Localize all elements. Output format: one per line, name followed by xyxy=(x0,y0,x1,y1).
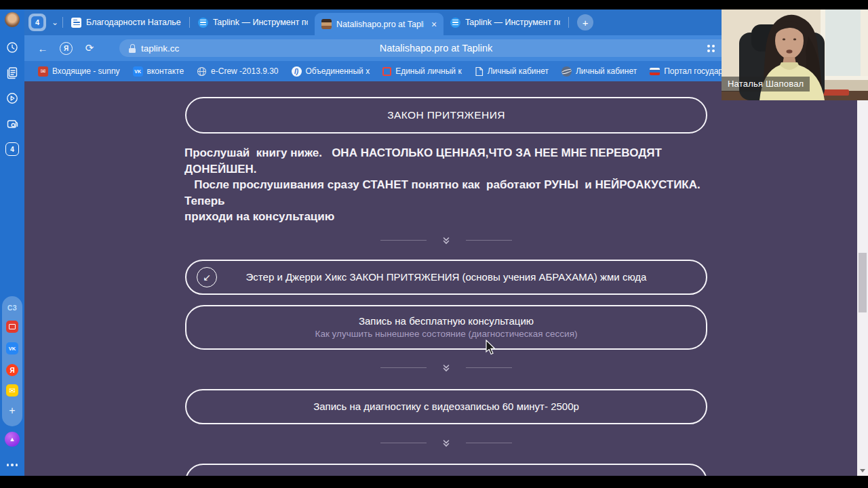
tab-title: Taplink — Инструмент по xyxy=(213,18,308,27)
plus-glyph: + xyxy=(9,405,15,417)
globe-icon xyxy=(197,66,207,77)
link-diagnostic-5000[interactable]: Запись на диагностику предпринимателя в … xyxy=(185,464,707,476)
bookmark-inbox[interactable]: ✉ Входящие - sunny xyxy=(38,66,120,77)
tab-counter-badge: 4 xyxy=(28,14,46,31)
refresh-button[interactable]: ⟳ xyxy=(79,42,100,54)
bookmark-label: Единый личный к xyxy=(395,66,462,76)
bookmark-ediny-lichny[interactable]: Единый личный к xyxy=(382,66,462,76)
profile-avatar[interactable] xyxy=(5,12,20,27)
chevron-down-icon[interactable]: ⌄ xyxy=(49,18,61,27)
bookmark-label: Входящие - sunny xyxy=(52,66,120,76)
bookmark-label: Объединенный х xyxy=(306,66,370,76)
link-label: Запись на бесплатную консультацию xyxy=(359,315,534,327)
arrow-down-left-icon: ↙ xyxy=(197,267,217,287)
scrollbar-thumb[interactable] xyxy=(859,253,867,312)
bookmark-label: Личный кабинет xyxy=(488,66,549,76)
link-audiobook[interactable]: ↙ Эстер и Джерри Хикс ЗАКОН ПРИТЯЖЕНИЯ (… xyxy=(185,260,707,295)
swirl-icon: ſ) xyxy=(292,66,302,77)
bookmark-label: вконтакте xyxy=(147,66,184,76)
browser-sidebar: 4 СЗ VK Я ✉ + xyxy=(0,9,24,476)
header-pill-label: ЗАКОН ПРИТЯЖЕНИЯ xyxy=(387,109,505,121)
bookmark-lichny-kabinet-1[interactable]: Личный кабинет xyxy=(475,66,549,77)
url-text[interactable]: taplink.cc xyxy=(141,43,179,54)
alice-glyph: ▲ xyxy=(9,436,16,443)
webcam-name-label: Наталья Шаповал xyxy=(722,77,810,92)
section-divider xyxy=(185,363,707,373)
tab-count-square-value: 4 xyxy=(10,146,14,153)
bookmark-label: Портал государст xyxy=(664,66,730,76)
section-divider xyxy=(185,439,707,448)
add-service-button[interactable]: + xyxy=(6,405,18,417)
tab-separator xyxy=(568,17,569,28)
close-tab-icon[interactable]: × xyxy=(429,19,437,30)
double-chevron-down-icon xyxy=(441,363,451,373)
link-diagnostic-2500[interactable]: Запись на диагностику с видеозаписью 60 … xyxy=(185,389,707,424)
video-play-icon[interactable] xyxy=(5,92,19,105)
webcam-name: Наталья Шаповал xyxy=(728,79,804,89)
collections-icon[interactable] xyxy=(707,45,715,52)
history-icon[interactable] xyxy=(5,41,19,54)
bookmark-obedinenny[interactable]: ſ) Объединенный х xyxy=(292,66,370,77)
header-pill[interactable]: ЗАКОН ПРИТЯЖЕНИЯ xyxy=(185,97,707,134)
address-bar[interactable]: taplink.cc Natalishapo.pro at Taplink xyxy=(119,39,753,57)
link-free-consultation[interactable]: Запись на бесплатную консультацию Как ул… xyxy=(185,305,707,350)
bookmark-lichny-kabinet-2[interactable]: Личный кабинет xyxy=(561,66,637,77)
doc-favicon xyxy=(71,18,81,28)
letterbox-bottom xyxy=(0,476,868,488)
tab-title: Благодарности Наталье о xyxy=(86,18,181,27)
tab-title: Natalishapo.pro at Tapli xyxy=(336,20,424,29)
double-chevron-down-icon xyxy=(441,236,451,245)
letterbox-top xyxy=(0,0,868,9)
bookmark-vkontakte[interactable]: VK вконтакте xyxy=(133,66,184,77)
red-square-icon xyxy=(382,67,391,76)
yandex-browser-icon[interactable]: Я xyxy=(60,42,73,55)
page-title: Natalishapo.pro at Taplink xyxy=(119,43,753,54)
bookmark-ecrew[interactable]: e-Crew -2013.9.30 xyxy=(197,66,278,77)
bookmark-gosuslugi[interactable]: Портал государст xyxy=(650,66,730,76)
tab-separator xyxy=(189,17,190,28)
tab-taplink-2[interactable]: Taplink — Инструмент по xyxy=(443,9,567,35)
webcam-overlay: Наталья Шаповал xyxy=(722,9,868,100)
screen: 4 СЗ VK Я ✉ + xyxy=(0,0,868,488)
tab-title: Taplink — Инструмент по xyxy=(465,18,560,27)
taplink-favicon xyxy=(450,18,460,28)
tab-count-square[interactable]: 4 xyxy=(5,142,19,156)
lock-icon[interactable] xyxy=(129,44,136,53)
tab-counter[interactable]: 4 ⌄ xyxy=(28,14,61,31)
screenshot-icon[interactable] xyxy=(5,117,19,131)
russian-flag-icon xyxy=(650,68,660,75)
scrollbar[interactable] xyxy=(857,81,868,476)
mail-glyph: ✉ xyxy=(9,386,15,395)
new-tab-button[interactable]: + xyxy=(577,14,593,30)
mail-icon[interactable]: ✉ xyxy=(6,384,18,396)
photo-favicon xyxy=(321,19,332,29)
taplink-page: ЗАКОН ПРИТЯЖЕНИЯ Прослушай книгу ниже. О… xyxy=(24,81,868,476)
tab-taplink-1[interactable]: Taplink — Инструмент по xyxy=(191,9,315,35)
service-sz-label: СЗ xyxy=(7,304,17,312)
scrollbar-down-button[interactable] xyxy=(857,466,868,474)
alice-assistant-icon[interactable]: ▲ xyxy=(5,432,20,447)
feed-icon[interactable] xyxy=(5,66,19,79)
link-label: Запись на диагностику с видеозаписью 60 … xyxy=(313,401,579,412)
tab-blagodarnosti[interactable]: Благодарности Наталье о xyxy=(64,9,188,35)
sidebar-more-button[interactable] xyxy=(5,464,19,466)
yandex-label: Я xyxy=(9,367,14,374)
link-label: Эстер и Джерри Хикс ЗАКОН ПРИТЯЖЕНИЯ (ос… xyxy=(246,271,647,283)
tab-separator xyxy=(62,17,63,28)
back-button[interactable]: ← xyxy=(33,43,53,54)
vk-icon[interactable]: VK xyxy=(6,342,18,354)
tab-natalishapo-active[interactable]: Natalishapo.pro at Tapli × xyxy=(315,13,443,35)
section-divider xyxy=(185,236,707,245)
vk-bookmark-icon: VK xyxy=(133,66,143,77)
intro-text: Прослушай книгу ниже. ОНА НАСТОЛЬКО ЦЕНН… xyxy=(184,145,708,225)
sidebar-services-panel: СЗ VK Я ✉ + xyxy=(2,296,22,426)
bookmark-label: e-Crew -2013.9.30 xyxy=(211,66,278,76)
service-screen-icon[interactable] xyxy=(6,321,18,333)
mouse-cursor xyxy=(486,340,497,359)
document-icon xyxy=(475,66,484,77)
mail-bookmark-icon: ✉ xyxy=(38,66,48,77)
yandex-icon[interactable]: Я xyxy=(6,364,18,376)
link-sublabel: Как улучшить нынешнее состояние (диагнос… xyxy=(315,329,578,339)
orbit-globe-icon xyxy=(561,66,572,77)
service-sz-icon[interactable]: СЗ xyxy=(6,302,18,314)
